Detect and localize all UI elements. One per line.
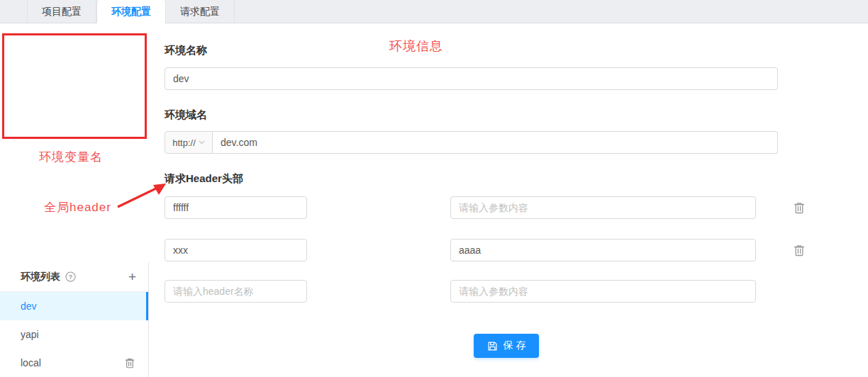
save-icon bbox=[487, 341, 498, 351]
add-environment-icon[interactable]: + bbox=[128, 270, 136, 283]
tab-project-config[interactable]: 项目配置 bbox=[27, 0, 96, 23]
protocol-value: http:// bbox=[172, 137, 196, 148]
environment-form: 环境名称 环境域名 http:// 请求Header头部 bbox=[150, 29, 864, 377]
delete-header-row-icon[interactable] bbox=[793, 244, 806, 257]
env-item-label: yapi bbox=[21, 329, 39, 340]
env-item-local[interactable]: local bbox=[0, 349, 148, 377]
env-domain-group: http:// bbox=[165, 131, 778, 154]
environment-list-title: 环境列表 bbox=[21, 271, 60, 283]
header-name-input[interactable] bbox=[165, 196, 307, 219]
env-item-yapi[interactable]: yapi bbox=[0, 320, 148, 349]
header-value-input[interactable] bbox=[450, 280, 756, 303]
header-name-input[interactable] bbox=[165, 280, 307, 303]
env-name-input[interactable] bbox=[165, 67, 778, 90]
env-item-dev[interactable]: dev bbox=[0, 292, 148, 320]
environment-sidebar: 环境列表 ? + dev yapi local bbox=[0, 262, 149, 377]
config-tabbar: 项目配置 环境配置 请求配置 bbox=[0, 0, 868, 23]
tab-environment-config[interactable]: 环境配置 bbox=[96, 0, 166, 23]
tab-request-config[interactable]: 请求配置 bbox=[166, 0, 235, 23]
env-item-label: dev bbox=[21, 300, 37, 312]
env-domain-label: 环境域名 bbox=[165, 107, 864, 123]
annotation-env-variable-name: 环境变量名 bbox=[39, 149, 103, 165]
request-header-label: 请求Header头部 bbox=[165, 171, 864, 186]
environment-list-header: 环境列表 ? + bbox=[0, 262, 148, 292]
env-domain-input[interactable] bbox=[213, 131, 778, 154]
env-name-label: 环境名称 bbox=[165, 43, 864, 58]
help-circle-icon[interactable]: ? bbox=[65, 271, 76, 282]
header-row bbox=[165, 196, 864, 219]
header-row bbox=[165, 280, 864, 303]
delete-header-row-icon[interactable] bbox=[793, 201, 806, 215]
protocol-select[interactable]: http:// bbox=[165, 131, 213, 154]
header-row bbox=[165, 239, 864, 261]
header-value-input[interactable] bbox=[450, 239, 756, 261]
header-value-input[interactable] bbox=[450, 196, 756, 219]
delete-environment-icon[interactable] bbox=[124, 357, 135, 369]
save-button[interactable]: 保 存 bbox=[474, 334, 539, 358]
svg-text:?: ? bbox=[69, 274, 72, 281]
annotation-box-environment-list bbox=[2, 33, 147, 139]
annotation-global-header: 全局header bbox=[44, 199, 111, 215]
header-name-input[interactable] bbox=[165, 239, 307, 261]
chevron-down-icon bbox=[199, 140, 205, 145]
env-item-label: local bbox=[21, 357, 41, 368]
save-button-label: 保 存 bbox=[503, 339, 526, 352]
